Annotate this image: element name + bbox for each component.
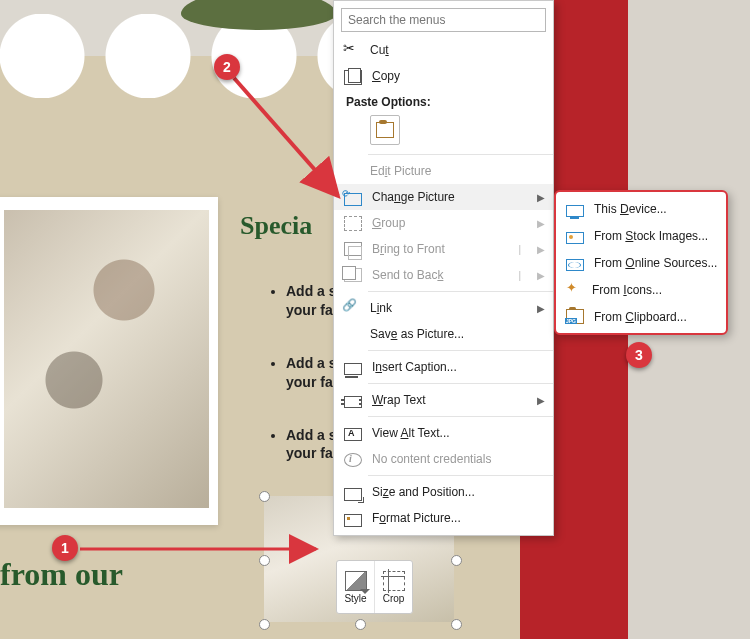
change-picture-submenu: This Device... From Stock Images... From… xyxy=(554,190,728,335)
menu-view-alt-text[interactable]: View Alt Text... xyxy=(334,420,553,446)
submenu-from-icons[interactable]: From Icons... xyxy=(556,276,726,303)
insert-caption-label: Insert Caption... xyxy=(372,360,457,374)
save-as-picture-label: Save as Picture... xyxy=(370,327,464,341)
bring-front-label: Bring to Front xyxy=(372,242,445,256)
separator xyxy=(368,416,553,417)
chevron-right-icon: ▶ xyxy=(537,270,545,281)
alt-text-icon xyxy=(344,428,362,441)
menu-cut[interactable]: Cut xyxy=(334,37,553,63)
device-icon xyxy=(566,205,584,217)
paste-options-header: Paste Options: xyxy=(334,89,553,111)
from-icons-label: From Icons... xyxy=(592,283,662,297)
separator xyxy=(368,291,553,292)
cut-label: Cut xyxy=(370,43,389,57)
change-picture-label: Change Picture xyxy=(372,190,455,204)
family-photo[interactable] xyxy=(4,210,209,508)
link-icon xyxy=(344,300,360,316)
wrap-text-icon xyxy=(344,396,362,408)
bullet-text-line2: your fa xyxy=(286,374,333,390)
format-picture-label: Format Picture... xyxy=(372,511,461,525)
callout-2: 2 xyxy=(214,54,240,80)
size-position-icon xyxy=(344,488,362,501)
chevron-right-icon: ▶ xyxy=(537,218,545,229)
style-label: Style xyxy=(344,593,366,604)
change-picture-icon xyxy=(344,193,362,206)
copy-icon xyxy=(344,70,362,85)
resize-handle-bm[interactable] xyxy=(355,619,366,630)
callout-1: 1 xyxy=(52,535,78,561)
caption-icon xyxy=(344,363,362,375)
submenu-this-device[interactable]: This Device... xyxy=(556,195,726,222)
menu-format-picture[interactable]: Format Picture... xyxy=(334,505,553,531)
chevron-right-icon: ▶ xyxy=(537,192,545,203)
document-canvas: Specia Add a syour fa Add a syour fa Add… xyxy=(0,0,750,639)
online-icon xyxy=(566,259,584,271)
crop-icon xyxy=(383,571,405,591)
blank-icon xyxy=(344,163,360,179)
chevron-right-icon: ▶ xyxy=(537,303,545,314)
info-icon xyxy=(344,453,362,467)
chevron-right-icon: ▶ xyxy=(537,244,545,255)
menu-copy[interactable]: Copy xyxy=(334,63,553,89)
resize-handle-ml[interactable] xyxy=(259,555,270,566)
this-device-label: This Device... xyxy=(594,202,667,216)
submenu-online-sources[interactable]: From Online Sources... xyxy=(556,249,726,276)
paste-option-keep-source[interactable] xyxy=(370,115,400,145)
submenu-stock-images[interactable]: From Stock Images... xyxy=(556,222,726,249)
menu-wrap-text[interactable]: Wrap Text▶ xyxy=(334,387,553,413)
bring-front-icon xyxy=(344,242,362,256)
bullet-text-line2: your fa xyxy=(286,302,333,318)
bullet-text-line2: your fa xyxy=(286,445,333,461)
chevron-right-icon: ▶ xyxy=(537,395,545,406)
stock-images-label: From Stock Images... xyxy=(594,229,708,243)
context-menu: Search the menus Cut Copy Paste Options:… xyxy=(333,0,554,536)
menu-save-as-picture[interactable]: Save as Picture... xyxy=(334,321,553,347)
edit-picture-label: Edit Picture xyxy=(370,164,431,178)
menu-search-input[interactable]: Search the menus xyxy=(341,8,546,32)
resize-handle-mr[interactable] xyxy=(451,555,462,566)
bullet-text: Add a s xyxy=(286,283,337,299)
resize-handle-br[interactable] xyxy=(451,619,462,630)
separator xyxy=(368,154,553,155)
menu-link[interactable]: Link▶ xyxy=(334,295,553,321)
menu-edit-picture: Edit Picture xyxy=(334,158,553,184)
icons-icon xyxy=(566,282,582,298)
menu-insert-caption[interactable]: Insert Caption... xyxy=(334,354,553,380)
crop-button[interactable]: Crop xyxy=(375,561,412,613)
resize-handle-tl[interactable] xyxy=(259,491,270,502)
menu-send-to-back: Send to Back|▶ xyxy=(334,262,553,288)
footer-heading: from our xyxy=(0,558,123,590)
bullet-text: Add a s xyxy=(286,355,337,371)
from-clipboard-label: From Clipboard... xyxy=(594,310,687,324)
bullet-text: Add a s xyxy=(286,427,337,443)
menu-bring-to-front: Bring to Front|▶ xyxy=(334,236,553,262)
divider-icon: | xyxy=(518,270,521,281)
link-label: Link xyxy=(370,301,392,315)
callout-3: 3 xyxy=(626,342,652,368)
style-button[interactable]: Style xyxy=(337,561,375,613)
menu-change-picture[interactable]: Change Picture▶ xyxy=(334,184,553,210)
resize-handle-bl[interactable] xyxy=(259,619,270,630)
crop-label: Crop xyxy=(383,593,405,604)
send-back-icon xyxy=(344,268,362,282)
content-credentials-label: No content credentials xyxy=(372,452,545,466)
submenu-from-clipboard[interactable]: From Clipboard... xyxy=(556,303,726,330)
separator xyxy=(368,475,553,476)
stock-images-icon xyxy=(566,232,584,244)
alt-text-label: View Alt Text... xyxy=(372,426,450,440)
picture-style-icon xyxy=(345,571,367,591)
menu-size-and-position[interactable]: Size and Position... xyxy=(334,479,553,505)
format-picture-icon xyxy=(344,514,362,527)
online-sources-label: From Online Sources... xyxy=(594,256,717,270)
blank-icon xyxy=(344,326,360,342)
menu-content-credentials: No content credentials xyxy=(334,446,553,472)
menu-group: Group▶ xyxy=(334,210,553,236)
clipboard-icon xyxy=(376,122,394,138)
scissors-icon xyxy=(344,42,360,58)
size-position-label: Size and Position... xyxy=(372,485,475,499)
group-icon xyxy=(344,216,362,231)
divider-icon: | xyxy=(518,244,521,255)
section-heading: Specia xyxy=(240,213,312,239)
copy-label: Copy xyxy=(372,69,400,83)
wrap-text-label: Wrap Text xyxy=(372,393,426,407)
